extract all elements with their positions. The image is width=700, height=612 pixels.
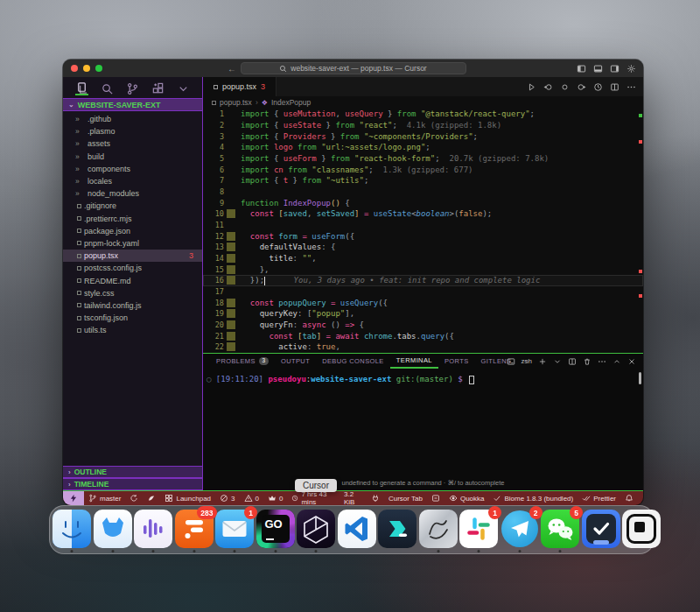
dock-item-frame-app[interactable]	[622, 509, 661, 552]
history-back-icon[interactable]: ←	[228, 64, 236, 74]
panel-tab-ports[interactable]: PORTS	[438, 354, 475, 369]
play-icon[interactable]	[527, 82, 536, 92]
timeline-section[interactable]: › TIMELINE	[63, 478, 202, 490]
status-item-feedback[interactable]: 0	[263, 491, 287, 505]
status-item-warnings[interactable]: 0	[240, 491, 263, 505]
activity-ext-button[interactable]	[151, 81, 164, 95]
chev-down-icon[interactable]	[553, 357, 562, 366]
split-icon[interactable]	[610, 82, 620, 92]
titlebar[interactable]: ← → website-saver-ext — popup.tsx — Curs…	[63, 60, 643, 77]
panel-bottom-icon[interactable]	[593, 64, 603, 74]
dock-item-wechat[interactable]: 5	[541, 509, 579, 552]
close-icon[interactable]	[627, 357, 636, 366]
tree-item--github[interactable]: ».github	[63, 113, 202, 125]
panel-tab-problems[interactable]: PROBLEMS3	[210, 354, 275, 369]
terminal[interactable]: ○ [19:11:20] pseudoyu:website-saver-ext …	[203, 369, 643, 490]
gear-icon[interactable]	[626, 64, 636, 74]
tree-item-popup-tsx[interactable]: popup.tsx3	[63, 250, 202, 262]
tree-item-locales[interactable]: »locales	[63, 175, 202, 187]
zoom-window-button[interactable]	[95, 65, 102, 72]
panel-tab-debug-console[interactable]: DEBUG CONSOLE	[316, 354, 390, 369]
terminal-scrollbar[interactable]	[639, 372, 641, 384]
audio-app-icon[interactable]	[134, 510, 172, 548]
tree-item-style-css[interactable]: style.css	[63, 287, 202, 299]
more-icon[interactable]	[598, 357, 606, 366]
status-item-biome[interactable]: Biome 1.8.3 (bundled)	[488, 491, 578, 505]
explorer-project-header[interactable]: ⌄ WEBSITE-SAVER-EXT	[63, 98, 202, 111]
status-item-copilot[interactable]	[143, 491, 160, 505]
split-icon[interactable]	[568, 357, 577, 366]
art-app-icon[interactable]	[419, 510, 458, 548]
plus-icon[interactable]	[538, 357, 547, 366]
tab-popup-tsx[interactable]: popup.tsx 3	[203, 77, 276, 96]
overview-ruler[interactable]	[638, 109, 643, 353]
dock-item-art-app[interactable]	[419, 509, 458, 552]
circle-fwd-icon[interactable]	[577, 82, 586, 92]
dock-item-audio-app[interactable]	[134, 509, 172, 552]
tasks-app-icon[interactable]	[582, 510, 620, 548]
status-item-launchpad[interactable]: Launchpad	[160, 491, 215, 505]
tree-item-assets[interactable]: »assets	[63, 137, 202, 150]
tree-item-postcss-config-js[interactable]: postcss.config.js	[63, 262, 202, 274]
dock-item-vscode[interactable]	[338, 509, 376, 552]
tree-item--prettierrc-mjs[interactable]: .prettierrc.mjs	[63, 213, 202, 225]
vscode-icon[interactable]	[338, 510, 376, 548]
cursor-icon[interactable]	[297, 510, 335, 548]
panel-tab-output[interactable]: OUTPUT	[275, 354, 316, 369]
dock-item-rss-app[interactable]: 283	[175, 509, 214, 552]
activity-chev-down-button[interactable]	[177, 81, 190, 95]
terminal-prompt[interactable]: ○ [19:11:20] pseudoyu:website-saver-ext …	[206, 375, 643, 384]
tree-item-pnpm-lock-yaml[interactable]: pnpm-lock.yaml	[63, 237, 202, 250]
status-item-wakatime[interactable]: 7 hrs 43 mins	[287, 491, 340, 505]
status-item-prettier[interactable]: Prettier	[578, 491, 620, 505]
close-window-button[interactable]	[71, 65, 78, 72]
status-item-size[interactable]: 3.2 KiB	[340, 491, 367, 505]
status-item-quokka[interactable]: Quokka	[444, 491, 489, 505]
status-item-notifications[interactable]	[620, 491, 638, 505]
dock-item-slack[interactable]: 1	[459, 509, 498, 552]
dock-item-mail[interactable]: 1	[215, 509, 254, 552]
activity-files-button[interactable]	[75, 81, 88, 95]
panel-tab-terminal[interactable]: TERMINAL	[390, 354, 438, 369]
frame-app-icon[interactable]	[622, 510, 661, 548]
dock-item-goland[interactable]: GO	[256, 509, 295, 552]
panel-right-icon[interactable]	[610, 64, 620, 74]
tree-item-tsconfig-json[interactable]: tsconfig.json	[63, 312, 202, 324]
tree-item--gitignore[interactable]: .gitignore	[63, 200, 202, 212]
tree-item--plasmo[interactable]: ».plasmo	[63, 125, 202, 137]
dock-item-finder[interactable]	[52, 509, 91, 552]
status-item-cursor-tab-icon[interactable]	[427, 491, 444, 505]
status-item-remote[interactable]	[63, 491, 84, 505]
activity-git-button[interactable]	[126, 81, 139, 95]
more-icon[interactable]	[626, 82, 636, 92]
trash-icon[interactable]	[583, 357, 592, 366]
terminal-icon[interactable]	[507, 357, 515, 366]
goland-icon[interactable]: GO	[256, 510, 295, 548]
dock-item-fox-app[interactable]	[94, 509, 132, 552]
tree-item-components[interactable]: »components	[63, 163, 202, 175]
command-center[interactable]: website-saver-ext — popup.tsx — Cursor	[241, 62, 466, 74]
dock-item-tasks-app[interactable]	[582, 509, 620, 552]
breadcrumb[interactable]: popup.tsx › ❖ IndexPopup	[203, 96, 643, 109]
dock-item-telegram[interactable]: 2	[500, 509, 539, 552]
outline-section[interactable]: › OUTLINE	[63, 466, 202, 478]
fox-app-icon[interactable]	[94, 510, 132, 548]
status-item-plug[interactable]	[367, 491, 384, 505]
panel-left-icon[interactable]	[577, 64, 586, 74]
tree-item-tailwind-config-js[interactable]: tailwind.config.js	[63, 299, 202, 312]
circle-back-icon[interactable]	[543, 82, 553, 92]
status-item-sync[interactable]	[125, 491, 143, 505]
code-editor[interactable]: 1import { useMutation, useQuery } from "…	[203, 109, 643, 353]
tree-item-build[interactable]: »build	[63, 151, 202, 163]
breadcrumb-file[interactable]: popup.tsx	[220, 98, 252, 107]
chev-up-icon[interactable]	[612, 357, 621, 366]
dock-item-cursor[interactable]	[297, 509, 335, 552]
finder-icon[interactable]	[52, 510, 91, 548]
dock-item-warp[interactable]	[378, 509, 416, 552]
warp-icon[interactable]	[378, 510, 416, 548]
tree-item-node-modules[interactable]: »node_modules	[63, 187, 202, 200]
breadcrumb-symbol[interactable]: IndexPopup	[271, 98, 311, 107]
minimize-window-button[interactable]	[83, 65, 90, 72]
status-item-errors[interactable]: 3	[215, 491, 239, 505]
circle-icon[interactable]	[560, 82, 570, 92]
